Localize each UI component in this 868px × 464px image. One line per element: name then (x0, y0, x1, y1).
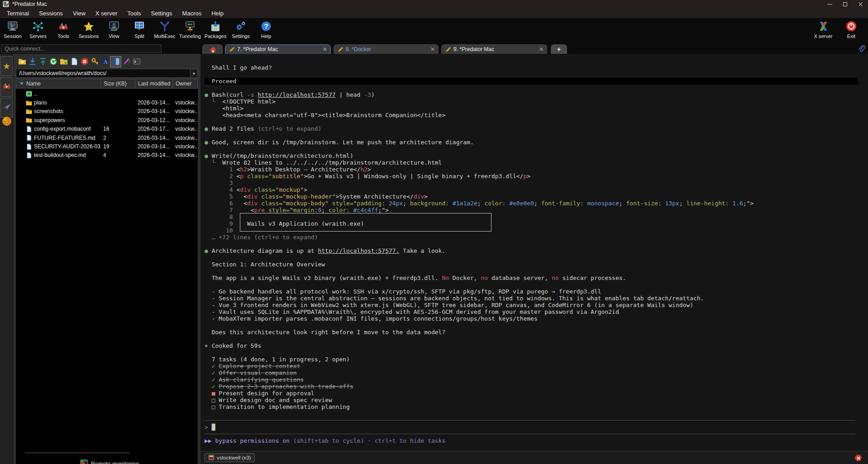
tab-close-icon[interactable]: ✕ (430, 47, 435, 52)
sftp-globe-icon[interactable] (1, 116, 12, 127)
minimize-button[interactable] (822, 0, 837, 8)
packages-icon (210, 20, 222, 32)
toolbar-button-view[interactable]: View (101, 18, 127, 43)
status-close-button[interactable] (855, 455, 862, 461)
refresh-icon[interactable] (48, 57, 58, 67)
terminal-link[interactable]: █ (212, 424, 215, 431)
toolbar-button-label: Tunneling (179, 33, 201, 39)
file-owner: vstockw... (172, 135, 198, 141)
tab-session-7[interactable]: 7. *Predator Mac✕ (225, 44, 331, 54)
help-icon: ? (260, 20, 272, 32)
path-dropdown-button[interactable]: ▾ (190, 69, 198, 78)
toolbar-button-tunneling[interactable]: Tunneling (177, 18, 203, 43)
delete-icon[interactable] (79, 57, 90, 67)
folder-icon (26, 109, 32, 114)
toolbar-left-group: SessionServersToolsSessionsViewSplitMult… (0, 18, 279, 43)
tab-close-icon[interactable]: ✕ (323, 47, 327, 52)
remote-monitoring-control[interactable]: Remote monitoring (80, 459, 139, 464)
toolbar-button-servers[interactable]: Servers (25, 18, 51, 43)
file-name: plans (34, 99, 100, 106)
macros-plane-icon (2, 102, 11, 114)
quick-connect-input[interactable] (1, 44, 162, 53)
column-header-name[interactable]: Name (16, 79, 101, 88)
toolbar-button-packages[interactable]: Packages (203, 18, 228, 43)
column-header-modified[interactable]: Last modified (135, 79, 173, 88)
session-icon (7, 20, 19, 32)
toolbar-button-multiexec[interactable]: MultiExec (152, 18, 177, 43)
terminal-line: - Vault uses SQLite in %APPDATA%\Wraith\… (205, 308, 868, 315)
status-session-tab[interactable]: vstockwell (x3) (205, 453, 255, 462)
file-name: test-buildout-spec.md (34, 152, 100, 158)
toolbar-button-sessions[interactable]: Sessions (76, 18, 101, 43)
terminal-link[interactable]: http://localhost:57577 (258, 91, 335, 98)
terminal-link[interactable]: http://localhost:57577. (318, 247, 399, 254)
file-row[interactable]: config-export.mobaconf162026-03-17...vst… (16, 125, 198, 133)
terminal-line: 6 <div class="mockup-body" style="paddin… (205, 200, 868, 207)
terminal-line: 1 <h2>Wraith Desktop — Architecture</h2> (205, 166, 868, 173)
tab-close-icon[interactable]: ✕ (539, 47, 544, 52)
file-icon (26, 126, 32, 132)
folder-up-icon[interactable] (17, 57, 27, 67)
panels-icon[interactable] (110, 57, 121, 67)
upload-icon[interactable] (38, 57, 48, 67)
menu-view[interactable]: View (68, 9, 91, 18)
menu-macros[interactable]: Macros (177, 9, 207, 18)
path-input[interactable] (16, 69, 190, 78)
file-row[interactable]: screenshots2026-03-14...vstockw... (16, 107, 198, 116)
sidebar-tab-sessions[interactable]: ★ (0, 56, 13, 76)
file-owner: vstockw... (172, 143, 198, 150)
toolbar-button-label: Help (261, 33, 272, 39)
maximize-button[interactable] (837, 0, 853, 8)
menu-x-server[interactable]: X server (91, 9, 122, 18)
column-header-owner[interactable]: Owner (173, 79, 197, 88)
toolbar-button-tools[interactable]: Tools (51, 18, 76, 43)
terminal-pane[interactable]: Shall I go ahead? Proceed ● Bash(curl -s… (200, 54, 868, 451)
menu-settings[interactable]: Settings (146, 9, 177, 18)
file-row[interactable]: plans2026-03-14...vstockw... (16, 98, 198, 107)
tab-session-9[interactable]: 9. *Predator Mac✕ (441, 44, 547, 54)
menu-terminal[interactable]: Terminal (2, 9, 34, 18)
toolbar-button-help[interactable]: ?Help (253, 18, 279, 43)
file-row[interactable]: .. (16, 90, 198, 98)
toolbar-button-label: Servers (29, 33, 47, 39)
column-header-size[interactable]: Size (KB) (101, 79, 135, 88)
file-name: superpowers (34, 117, 100, 123)
download-icon[interactable] (27, 57, 38, 67)
terminal-link[interactable]: ■ (205, 390, 219, 397)
session-window-icon (209, 454, 214, 462)
close-button[interactable] (853, 0, 868, 8)
menu-tools[interactable]: Tools (122, 9, 146, 18)
tab-session-8[interactable]: 8. *Docker✕ (334, 44, 439, 54)
wand-icon[interactable] (121, 57, 131, 67)
terminal-line (205, 410, 868, 417)
file-row[interactable]: SECURITY-AUDIT-2026-03-1...192026-03-14.… (16, 142, 198, 151)
paperclip-icon[interactable] (857, 45, 865, 53)
terminal-line: <head><meta charset="utf-8"><title>Brain… (205, 112, 868, 118)
new-file-icon[interactable] (69, 57, 79, 67)
tab-home[interactable] (202, 44, 223, 54)
terminal-line: 10 (205, 227, 868, 234)
sidebar-tab-macros[interactable] (0, 98, 13, 118)
menu-help[interactable]: Help (206, 9, 229, 18)
key-icon[interactable] (90, 57, 100, 67)
terminal-icon[interactable] (131, 57, 142, 67)
file-row[interactable]: superpowers2026-03-12...vstockw... (16, 116, 198, 124)
toolbar-button-session[interactable]: Session (0, 18, 25, 43)
file-icon (26, 135, 32, 141)
menu-sessions[interactable]: Sessions (34, 9, 68, 18)
font-icon[interactable]: A (100, 57, 110, 67)
toolbar-button-split[interactable]: Split (127, 18, 152, 43)
toolbar-button-x server[interactable]: X server (809, 18, 837, 43)
window-controls (822, 0, 868, 8)
toolbar-button-settings[interactable]: Settings (228, 18, 253, 43)
terminal-line (205, 146, 868, 152)
new-tab-button[interactable]: + (551, 44, 567, 54)
sessions-star-icon: ★ (3, 62, 10, 71)
sidebar-tab-tools[interactable] (0, 77, 13, 97)
file-size: 2 (100, 135, 135, 141)
terminal-line: ● Read 2 files (ctrl+o to expand) (205, 125, 868, 132)
new-folder-icon[interactable] (58, 57, 69, 67)
file-row[interactable]: test-buildout-spec.md42026-03-14...vstoc… (16, 151, 198, 160)
toolbar-button-exit[interactable]: Exit (837, 18, 865, 43)
file-row[interactable]: FUTURE-FEATURES.md22026-03-14...vstockw.… (16, 133, 198, 142)
